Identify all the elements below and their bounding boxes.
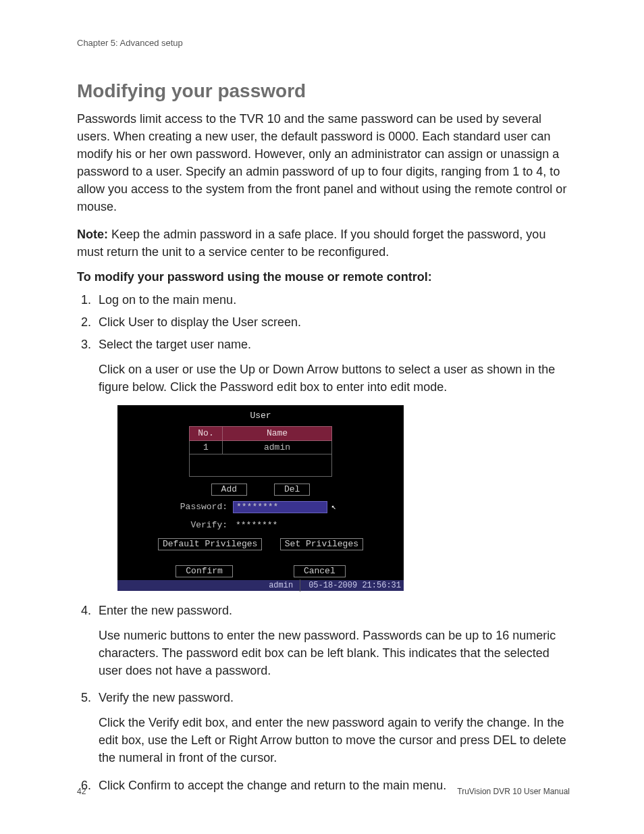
step-3: Select the target user name. Click on a … <box>95 336 570 591</box>
cursor-icon: ↖ <box>331 502 336 513</box>
step-3-text: Select the target user name. <box>99 338 251 351</box>
step-4-detail: Use numeric buttons to enter the new pas… <box>99 627 570 679</box>
dvr-set-privileges-button[interactable]: Set Privileges <box>280 538 363 550</box>
dvr-confirm-button[interactable]: Confirm <box>176 565 233 577</box>
dvr-user-listbox[interactable] <box>189 454 332 477</box>
step-1-text: Log on to the main menu. <box>99 293 236 307</box>
step-4-text: Enter the new password. <box>99 604 232 617</box>
step-5: Verify the new password. Click the Verif… <box>95 689 570 766</box>
dvr-verify-label: Verify: <box>163 519 233 532</box>
dvr-status-user: admin <box>269 579 300 592</box>
dvr-del-button[interactable]: Del <box>274 484 310 496</box>
dvr-verify-input[interactable]: ******** <box>233 520 326 531</box>
dvr-row-no: 1 <box>190 441 223 454</box>
note-body: Keep the admin password in a safe place.… <box>77 228 545 259</box>
dvr-cancel-button[interactable]: Cancel <box>294 565 346 577</box>
dvr-row-name: admin <box>223 441 331 454</box>
step-2-text: Click User to display the User screen. <box>99 315 301 329</box>
step-3-detail: Click on a user or use the Up or Down Ar… <box>99 361 570 396</box>
dvr-default-privileges-button[interactable]: Default Privileges <box>158 538 262 550</box>
dvr-password-label: Password: <box>163 500 233 514</box>
step-4: Enter the new password. Use numeric butt… <box>95 602 570 679</box>
dvr-password-value: ******** <box>236 502 278 512</box>
dvr-status-bar: admin 05-18-2009 21:56:31 <box>117 580 404 591</box>
step-5-text: Verify the new password. <box>99 691 234 704</box>
dvr-table-row[interactable]: 1 admin <box>189 441 332 455</box>
dvr-table-header: No. Name <box>189 426 332 441</box>
page-number: 42 <box>77 787 86 796</box>
step-1: Log on to the main menu. <box>95 291 570 309</box>
chapter-header: Chapter 5: Advanced setup <box>77 38 570 48</box>
dvr-status-datetime: 05-18-2009 21:56:31 <box>308 579 401 592</box>
manual-title-footer: TruVision DVR 10 User Manual <box>457 787 570 796</box>
step-2: Click User to display the User screen. <box>95 313 570 332</box>
procedure-list: Log on to the main menu. Click User to d… <box>77 291 570 795</box>
dvr-user-screen: User No. Name 1 admin Add Del Password: <box>117 405 404 591</box>
dvr-password-input[interactable]: ******** ↖ <box>233 501 327 513</box>
note-paragraph: Note: Keep the admin password in a safe … <box>77 226 570 261</box>
dvr-add-button[interactable]: Add <box>211 484 247 496</box>
intro-paragraph: Passwords limit access to the TVR 10 and… <box>77 110 570 216</box>
dvr-col-no-header: No. <box>190 427 223 440</box>
dvr-window-title: User <box>117 405 404 425</box>
procedure-heading: To modify your password using the mouse … <box>77 270 570 284</box>
step-5-detail: Click the Verify edit box, and enter the… <box>99 714 570 766</box>
note-label: Note: <box>77 228 108 241</box>
dvr-col-name-header: Name <box>223 427 331 440</box>
section-title: Modifying your password <box>77 80 570 102</box>
